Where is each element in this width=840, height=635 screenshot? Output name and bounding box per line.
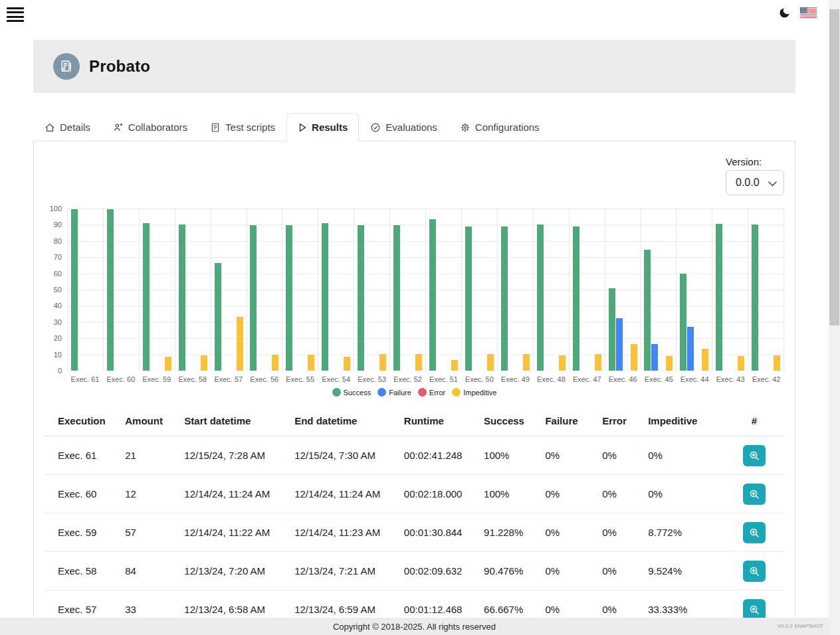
- view-execution-details-button[interactable]: [743, 484, 766, 505]
- tab-label: Results: [312, 122, 348, 133]
- view-execution-details-button[interactable]: [743, 445, 766, 466]
- executions-table: ExecutionAmountStart datetimeEnd datetim…: [45, 411, 784, 629]
- bar-success: [107, 209, 114, 371]
- table-cell: 00:02:18.000: [391, 475, 471, 513]
- table-cell: 0%: [589, 513, 635, 552]
- table-cell: 91.228%: [471, 513, 532, 552]
- y-tick-label: 20: [54, 334, 62, 342]
- x-tick-label: Exec. 60: [103, 371, 139, 383]
- copyright-text: Copyright © 2018-2025. All rights reserv…: [333, 622, 496, 632]
- bar-success: [609, 288, 615, 371]
- table-cell: Exec. 60: [45, 475, 112, 513]
- bar-impeditive: [308, 355, 314, 371]
- check-circle-icon: [370, 122, 381, 133]
- tab-details[interactable]: Details: [33, 113, 102, 141]
- bar-success: [250, 225, 257, 371]
- chart-category-exec-55: [282, 209, 318, 371]
- scrollbar-thumb[interactable]: [829, 9, 839, 325]
- chart-category-exec-47: [570, 209, 605, 371]
- y-tick-label: 30: [54, 318, 62, 326]
- x-tick-label: Exec. 53: [354, 371, 390, 383]
- bar-impeditive: [165, 357, 171, 371]
- x-tick-label: Exec. 49: [497, 371, 533, 383]
- table-cell: Exec. 59: [45, 513, 112, 552]
- bar-impeditive: [702, 349, 708, 371]
- chart-category-exec-43: [712, 209, 748, 371]
- legend-item-success: Success: [332, 388, 371, 397]
- view-execution-details-button[interactable]: [743, 561, 766, 582]
- table-cell: 8.772%: [635, 513, 724, 552]
- bar-success: [429, 219, 436, 371]
- y-tick-label: 0: [58, 367, 62, 375]
- table-cell: 0%: [532, 552, 589, 590]
- x-tick-label: Exec. 43: [712, 371, 748, 383]
- tab-evaluations[interactable]: Evaluations: [359, 113, 449, 141]
- view-execution-details-button[interactable]: [743, 599, 766, 620]
- chart-category-exec-52: [390, 209, 426, 371]
- table-cell: 0%: [532, 436, 589, 475]
- bar-failure: [616, 318, 623, 371]
- chart-category-exec-60: [104, 209, 140, 371]
- chart-category-exec-42: [748, 209, 784, 371]
- table-cell: 100%: [471, 475, 532, 513]
- x-tick-label: Exec. 54: [318, 371, 354, 383]
- table-cell: 100%: [471, 436, 532, 475]
- tab-configurations[interactable]: Configurations: [449, 113, 551, 141]
- page-scrollbar[interactable]: [829, 0, 840, 635]
- tab-label: Configurations: [475, 122, 540, 133]
- x-tick-label: Exec. 61: [67, 371, 103, 383]
- legend-item-impeditive: Impeditive: [452, 388, 496, 397]
- bar-success: [752, 225, 758, 371]
- x-tick-label: Exec. 58: [175, 371, 211, 383]
- y-tick-label: 100: [50, 205, 62, 213]
- legend-item-failure: Failure: [377, 388, 411, 397]
- version-select[interactable]: 0.0.0: [726, 170, 784, 195]
- table-cell: 0%: [589, 475, 635, 513]
- bar-impeditive: [631, 344, 637, 371]
- chart-category-exec-44: [677, 209, 712, 371]
- page-title: Probato: [89, 57, 150, 76]
- tab-label: Collaborators: [128, 122, 187, 133]
- y-tick-label: 40: [54, 302, 62, 310]
- bar-success: [322, 223, 328, 371]
- bar-success: [537, 225, 544, 371]
- bar-impeditive: [379, 354, 386, 371]
- column-header-failure: Failure: [532, 411, 589, 436]
- table-row: Exec. 601212/14/24, 11:24 AM12/14/24, 11…: [45, 475, 784, 513]
- zoom-in-icon: [748, 527, 760, 539]
- tab-label: Evaluations: [385, 122, 437, 133]
- us-flag-icon[interactable]: [800, 7, 817, 18]
- tab-collaborators[interactable]: Collaborators: [102, 113, 199, 141]
- table-cell: 0%: [589, 436, 635, 475]
- legend-dot: [377, 388, 386, 397]
- x-tick-label: Exec. 57: [211, 371, 247, 383]
- bar-failure: [651, 344, 658, 371]
- table-cell-actions: [724, 475, 784, 513]
- y-tick-label: 70: [54, 253, 62, 261]
- bar-impeditive: [237, 317, 243, 371]
- app-viewport: Probato DetailsCollaboratorsTest scripts…: [0, 0, 840, 635]
- table-cell: 12/14/24, 11:24 AM: [281, 475, 391, 513]
- y-tick-label: 80: [54, 237, 62, 245]
- bar-impeditive: [201, 355, 207, 371]
- executions-chart: 0102030405060708090100 Exec. 61Exec. 60E…: [45, 209, 784, 397]
- moon-icon[interactable]: [778, 6, 791, 19]
- bar-impeditive: [559, 355, 566, 371]
- x-tick-label: Exec. 56: [247, 371, 282, 383]
- column-header-start-datetime: Start datetime: [171, 411, 281, 436]
- hamburger-icon[interactable]: [7, 7, 24, 22]
- x-tick-label: Exec. 59: [139, 371, 175, 383]
- table-cell: 0%: [635, 436, 724, 475]
- tab-test-scripts[interactable]: Test scripts: [199, 113, 286, 141]
- chart-category-exec-61: [68, 209, 104, 371]
- tab-results[interactable]: Results: [286, 113, 359, 141]
- view-execution-details-button[interactable]: [743, 522, 766, 543]
- chart-category-exec-49: [498, 209, 534, 371]
- column-header-amount: Amount: [112, 411, 171, 436]
- table-cell: Exec. 61: [45, 436, 112, 475]
- table-cell: 00:02:09.632: [391, 552, 471, 590]
- chart-category-exec-58: [175, 209, 211, 371]
- chart-category-exec-59: [140, 209, 175, 371]
- document-pencil-icon: [53, 53, 80, 80]
- document-icon: [210, 122, 221, 133]
